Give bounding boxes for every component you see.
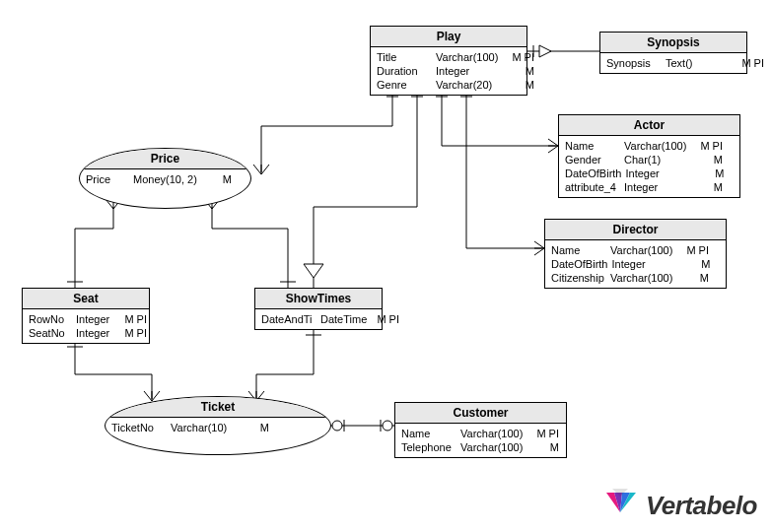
- entity-synopsis: Synopsis SynopsisText()M PI: [599, 32, 747, 74]
- svg-marker-25: [296, 263, 312, 277]
- entity-ticket: Ticket TicketNoVarchar(10)M: [105, 396, 331, 455]
- entity-customer: Customer NameVarchar(100)M PI TelephoneV…: [394, 402, 567, 458]
- entity-seat: Seat RowNoIntegerM PI SeatNoIntegerM PI: [22, 288, 150, 344]
- entity-title: Customer: [395, 403, 566, 424]
- svg-line-39: [548, 139, 558, 146]
- svg-line-22: [212, 204, 220, 212]
- svg-point-64: [383, 421, 392, 431]
- entity-price: Price PriceMoney(10, 2)M: [79, 148, 251, 209]
- svg-line-10: [548, 136, 558, 143]
- svg-line-14: [532, 239, 542, 246]
- entity-title: Director: [545, 220, 726, 240]
- svg-line-43: [534, 248, 544, 255]
- svg-line-35: [261, 165, 269, 174]
- entity-title: Price: [80, 149, 250, 169]
- svg-line-18: [110, 204, 118, 212]
- entity-title: ShowTimes: [255, 289, 382, 309]
- entity-title: Actor: [559, 115, 739, 136]
- svg-point-62: [332, 421, 342, 431]
- svg-marker-28: [539, 45, 551, 57]
- svg-line-17: [103, 204, 110, 212]
- vertabelo-logo-text: Vertabelo: [646, 491, 757, 521]
- svg-line-40: [548, 146, 558, 153]
- entity-title: Synopsis: [600, 33, 746, 53]
- entity-title: Ticket: [105, 397, 330, 418]
- svg-marker-1: [540, 46, 550, 56]
- svg-line-42: [534, 241, 544, 248]
- entity-play: Play TitleVarchar(100)M PI DurationInteg…: [370, 26, 527, 96]
- svg-line-3: [251, 164, 259, 173]
- svg-line-34: [253, 165, 261, 174]
- vertabelo-logo: Vertabelo: [602, 489, 757, 522]
- entity-title: Seat: [23, 289, 149, 309]
- svg-marker-37: [304, 264, 323, 278]
- entity-title: Play: [371, 27, 526, 47]
- entity-director: Director NameVarchar(100)M PI DateOfBirt…: [544, 219, 727, 289]
- entity-actor: Actor NameVarchar(100)M PI GenderChar(1)…: [558, 114, 740, 198]
- vertabelo-logo-icon: [602, 489, 638, 522]
- svg-line-15: [532, 246, 542, 253]
- svg-line-11: [548, 143, 558, 150]
- svg-line-4: [259, 164, 267, 173]
- svg-line-54: [144, 391, 152, 401]
- entity-showtimes: ShowTimes DateAndTiDateTimeM PI: [254, 288, 383, 330]
